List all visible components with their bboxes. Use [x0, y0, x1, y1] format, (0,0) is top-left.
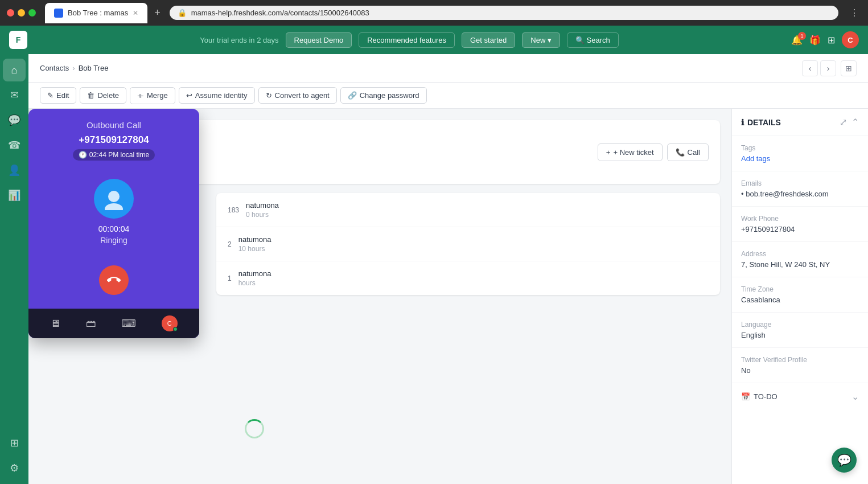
- more-options-btn[interactable]: ⋮: [848, 5, 861, 20]
- close-window-btn[interactable]: [7, 9, 14, 17]
- layout-toggle-btn[interactable]: ⊞: [841, 60, 857, 76]
- details-panel: ℹ DETAILS ⤢ ⌃ Tags Add tags Emails: [731, 109, 868, 484]
- new-tab-btn[interactable]: +: [154, 7, 161, 19]
- url-text: mamas-help.freshdesk.com/a/contacts/1500…: [191, 9, 369, 17]
- convert-icon: ↻: [266, 91, 272, 100]
- ticket-info: natumona 10 hours: [238, 235, 709, 253]
- loading-spinner: [245, 419, 264, 438]
- timezone-value: Casablanca: [741, 296, 859, 304]
- tab-title: Bob Tree : mamas: [68, 9, 128, 17]
- chat-fab-icon: 💬: [837, 453, 851, 467]
- tags-label: Tags: [741, 144, 859, 152]
- todo-collapse-btn[interactable]: ⌄: [851, 391, 859, 402]
- sidebar-item-settings[interactable]: ⚙: [3, 457, 26, 479]
- breadcrumb-contacts[interactable]: Contacts: [40, 64, 69, 72]
- chat-fab-btn[interactable]: 💬: [832, 448, 857, 473]
- sidebar-item-chat[interactable]: 💬: [3, 109, 26, 132]
- ticket-meta: hours: [238, 279, 709, 287]
- settings-icon: ⚙: [10, 462, 19, 474]
- collapse-icon[interactable]: ⌃: [851, 117, 859, 128]
- contact-main: Bob Tree + + New ticket 📞 Call: [28, 109, 731, 484]
- call-btn[interactable]: 📞 Call: [667, 143, 709, 161]
- edit-btn[interactable]: ✎ Edit: [40, 87, 76, 104]
- todo-icon: 📅: [741, 392, 750, 401]
- footer-avatar: C: [162, 315, 178, 331]
- apps-icon-btn[interactable]: ⊞: [828, 35, 835, 46]
- password-icon: 🔗: [348, 91, 357, 100]
- delete-icon: 🗑: [87, 91, 94, 100]
- tickets-icon: ✉: [10, 89, 19, 101]
- content-area: Contacts › Bob Tree ‹ › ⊞ ✎ Edit 🗑 Delet…: [28, 54, 868, 484]
- end-call-btn[interactable]: [99, 265, 129, 295]
- breadcrumb-separator: ›: [72, 64, 75, 72]
- contact-area: Bob Tree + + New ticket 📞 Call: [28, 109, 868, 484]
- app-bar-right: 🔔 1 🎁 ⊞ C: [791, 31, 859, 48]
- monitor-icon[interactable]: 🖥: [50, 318, 60, 330]
- sidebar-item-tickets[interactable]: ✉: [3, 84, 26, 106]
- twitter-section: Twitter Verified Profile No: [732, 348, 868, 383]
- table-row[interactable]: 2 natumona 10 hours: [216, 227, 720, 261]
- maximize-window-btn[interactable]: [28, 9, 36, 17]
- merge-btn[interactable]: ⟛ Merge: [130, 87, 175, 104]
- twitter-value: No: [741, 366, 859, 375]
- user-avatar[interactable]: C: [842, 31, 859, 48]
- address-value: 7, Stone Hill, W 240 St, NY: [741, 260, 859, 269]
- expand-icon[interactable]: ⤢: [840, 117, 847, 128]
- page-navigation: ‹ ›: [802, 60, 836, 76]
- table-row[interactable]: 183 natumona 0 hours: [216, 193, 720, 227]
- todo-label: 📅 TO-DO: [741, 392, 778, 401]
- files-icon[interactable]: 🗃: [86, 318, 96, 330]
- search-btn[interactable]: 🔍 Search: [567, 32, 619, 48]
- add-tags-btn[interactable]: Add tags: [741, 154, 859, 163]
- contacts-icon: 👤: [8, 164, 20, 177]
- ticket-subject: natumona: [246, 201, 709, 210]
- gift-icon-btn[interactable]: 🎁: [809, 35, 821, 46]
- keypad-icon[interactable]: ⌨: [121, 317, 136, 330]
- prev-page-btn[interactable]: ‹: [802, 60, 818, 76]
- request-demo-btn[interactable]: Request Demo: [286, 32, 352, 48]
- recommended-features-btn[interactable]: Recommended features: [359, 32, 455, 48]
- home-icon: ⌂: [11, 64, 18, 76]
- sidebar-item-phone[interactable]: ☎: [3, 134, 26, 157]
- new-ticket-btn[interactable]: + + New ticket: [598, 143, 663, 161]
- call-type: Outbound Call: [38, 120, 190, 130]
- call-avatar-area: 00:00:04 Ringing: [28, 167, 199, 256]
- convert-to-agent-btn[interactable]: ↻ Convert to agent: [258, 87, 337, 104]
- assume-identity-btn[interactable]: ↩ Assume identity: [179, 87, 255, 104]
- get-started-btn[interactable]: Get started: [462, 32, 515, 48]
- call-timer: 00:00:04: [98, 224, 130, 233]
- address-bar[interactable]: 🔒 mamas-help.freshdesk.com/a/contacts/15…: [170, 6, 838, 20]
- sidebar-item-reports[interactable]: 📊: [3, 184, 26, 207]
- sidebar: ⌂ ✉ 💬 ☎ 👤 📊 ⊞ ⚙: [0, 54, 28, 484]
- browser-chrome: Bob Tree : mamas ✕ + 🔒 mamas-help.freshd…: [0, 0, 868, 26]
- browser-tab[interactable]: Bob Tree : mamas ✕: [45, 3, 147, 23]
- ticket-meta: 0 hours: [246, 211, 709, 219]
- notification-bell-btn[interactable]: 🔔 1: [791, 35, 803, 46]
- timezone-section: Time Zone Casablanca: [732, 277, 868, 313]
- plus-icon: +: [606, 148, 611, 157]
- next-page-btn[interactable]: ›: [820, 60, 836, 76]
- info-icon: ℹ: [741, 118, 744, 127]
- timezone-label: Time Zone: [741, 285, 859, 293]
- delete-btn[interactable]: 🗑 Delete: [80, 87, 126, 104]
- breadcrumb: Contacts › Bob Tree: [40, 64, 108, 72]
- sidebar-item-marketplace[interactable]: ⊞: [3, 432, 26, 454]
- email-value: • bob.tree@freshdesk.com: [741, 190, 859, 198]
- main-layout: ⌂ ✉ 💬 ☎ 👤 📊 ⊞ ⚙ Contac: [0, 54, 868, 484]
- call-widget: Outbound Call +971509127804 🕐 02:44 PM l…: [28, 109, 199, 338]
- tab-close-btn[interactable]: ✕: [133, 9, 138, 17]
- table-row[interactable]: 1 natumona hours: [216, 261, 720, 295]
- new-btn[interactable]: New ▾: [522, 32, 560, 48]
- twitter-label: Twitter Verified Profile: [741, 356, 859, 364]
- sidebar-item-home[interactable]: ⌂: [3, 59, 26, 81]
- assume-icon: ↩: [186, 91, 192, 100]
- ticket-id: 1: [228, 274, 232, 282]
- change-password-btn[interactable]: 🔗 Change password: [340, 87, 427, 104]
- ticket-info: natumona hours: [238, 269, 709, 287]
- sidebar-item-contacts[interactable]: 👤: [3, 159, 26, 182]
- tab-favicon: [54, 9, 63, 18]
- minimize-window-btn[interactable]: [18, 9, 25, 17]
- call-time-badge: 🕐 02:44 PM local time: [73, 149, 155, 161]
- call-widget-footer: 🖥 🗃 ⌨ C: [28, 309, 199, 338]
- merge-icon: ⟛: [137, 91, 144, 100]
